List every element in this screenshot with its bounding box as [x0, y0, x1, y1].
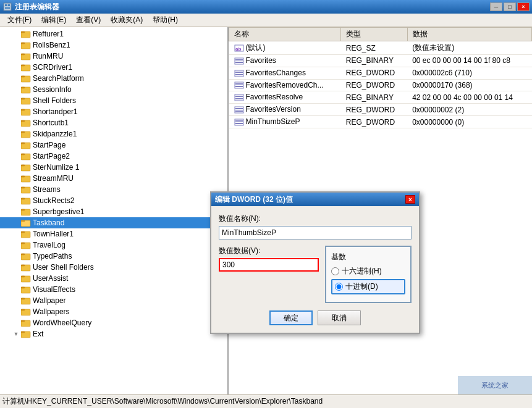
table-row[interactable]: FavoritesVersionREG_DWORD0x00000002 (2) — [229, 104, 532, 116]
cell-data: 0x000002c6 (710) — [407, 67, 531, 79]
tree-expander[interactable] — [11, 318, 21, 328]
tree-expander[interactable] — [11, 96, 21, 106]
menu-view[interactable]: 查看(V) — [71, 14, 106, 27]
tree-item-label: VisualEffects — [33, 285, 75, 294]
dialog-close-button[interactable]: × — [405, 195, 415, 204]
folder-icon — [21, 74, 31, 83]
menu-help[interactable]: 帮助(H) — [148, 14, 183, 27]
close-button[interactable]: × — [517, 2, 530, 11]
folder-icon — [21, 196, 31, 205]
maximize-button[interactable]: □ — [504, 2, 516, 11]
tree-item[interactable]: User Shell Folders — [0, 262, 227, 273]
tree-item[interactable]: Streams — [0, 184, 227, 195]
table-row[interactable]: MinThumbSizePREG_DWORD0x00000000 (0) — [229, 116, 532, 128]
tree-expander[interactable] — [11, 73, 21, 83]
dec-radio[interactable] — [335, 283, 343, 291]
data-input[interactable] — [219, 258, 319, 272]
folder-icon — [21, 241, 31, 249]
tree-expander[interactable] — [11, 151, 21, 161]
col-type[interactable]: 类型 — [341, 28, 407, 41]
menu-file[interactable]: 文件(F) — [2, 14, 36, 27]
tree-item[interactable]: SearchPlatform — [0, 73, 227, 84]
tree-item[interactable]: TypedPaths — [0, 251, 227, 262]
tree-item[interactable]: SterNumlize 1 — [0, 162, 227, 173]
tree-item[interactable]: TownHaller1 — [0, 228, 227, 239]
tree-item[interactable]: Skidpanzzle1 — [0, 128, 227, 139]
table-row[interactable]: FavoritesChangesREG_DWORD0x000002c6 (710… — [229, 67, 532, 79]
hex-radio[interactable] — [331, 267, 339, 275]
tree-item[interactable]: Superbgestive1 — [0, 206, 227, 217]
dialog-middle-row: 数值数据(V): 基数 十六进制(H) 十进制(D) — [219, 246, 412, 303]
tree-pane[interactable]: Refturer1 RollsBenz1 RunMRU SCRDriver1 S… — [0, 27, 229, 394]
tree-item[interactable]: ▼ Ext — [0, 328, 227, 339]
tree-item[interactable]: TravelLog — [0, 239, 227, 251]
menu-favorites[interactable]: 收藏夹(A) — [106, 14, 148, 27]
tree-item[interactable]: StartPage2 — [0, 151, 227, 162]
tree-expander[interactable] — [11, 196, 21, 206]
tree-item[interactable]: Shortandper1 — [0, 106, 227, 117]
tree-expander[interactable] — [11, 173, 21, 183]
tree-expander[interactable] — [11, 29, 21, 39]
tree-item[interactable]: SCRDriver1 — [0, 62, 227, 73]
tree-item-label: StreamMRU — [33, 174, 74, 183]
minimize-button[interactable]: ─ — [490, 2, 502, 11]
svg-rect-51 — [21, 287, 25, 288]
reg-value-icon — [234, 57, 244, 65]
tree-item[interactable]: UserAssist — [0, 273, 227, 284]
tree-expander[interactable] — [11, 140, 21, 150]
tree-expander[interactable] — [11, 85, 21, 94]
tree-item[interactable]: Taskband — [0, 217, 227, 228]
col-name[interactable]: 名称 — [229, 28, 341, 41]
svg-rect-3 — [5, 7, 10, 9]
tree-item[interactable]: StreamMRU — [0, 173, 227, 184]
svg-rect-67 — [235, 74, 243, 75]
tree-expander[interactable] — [11, 129, 21, 139]
tree-expander[interactable] — [11, 240, 21, 250]
menu-edit[interactable]: 编辑(E) — [36, 14, 71, 27]
tree-item[interactable]: SessionInfo — [0, 84, 227, 95]
tree-item[interactable]: StartPage — [0, 139, 227, 151]
tree-item[interactable]: VisualEffects — [0, 284, 227, 295]
tree-expander[interactable] — [11, 229, 21, 239]
tree-expander[interactable] — [11, 118, 21, 128]
svg-rect-31 — [21, 176, 25, 177]
tree-item[interactable]: Wallpaper — [0, 295, 227, 306]
table-row[interactable]: FavoritesREG_BINARY00 ec 00 00 00 14 00 … — [229, 55, 532, 67]
tree-expander[interactable] — [11, 285, 21, 294]
tree-item[interactable]: WordWheelQuery — [0, 317, 227, 328]
tree-item[interactable]: Shell Folders — [0, 95, 227, 106]
tree-item[interactable]: Wallpapers — [0, 306, 227, 317]
table-row[interactable]: FavoritesResolveREG_BINARY42 02 00 00 4c… — [229, 91, 532, 104]
name-input[interactable] — [219, 226, 412, 239]
tree-expander[interactable] — [11, 251, 21, 261]
tree-item[interactable]: Refturer1 — [0, 28, 227, 40]
tree-expander[interactable] — [11, 107, 21, 117]
tree-expander[interactable] — [11, 296, 21, 306]
tree-expander[interactable] — [11, 307, 21, 317]
tree-expander[interactable] — [11, 218, 21, 228]
tree-expander[interactable]: ▼ — [11, 329, 21, 339]
reg-value-icon: ab — [234, 44, 244, 52]
tree-item[interactable]: RunMRU — [0, 51, 227, 62]
svg-rect-25 — [21, 143, 25, 144]
cancel-button[interactable]: 取消 — [318, 310, 361, 325]
table-row[interactable]: FavoritesRemovedCh...REG_DWORD0x00000170… — [229, 79, 532, 91]
tree-expander[interactable] — [11, 162, 21, 172]
ok-button[interactable]: 确定 — [269, 310, 313, 325]
tree-item[interactable]: Shortcutb1 — [0, 117, 227, 128]
tree-expander[interactable] — [11, 273, 21, 283]
tree-expander[interactable] — [11, 207, 21, 217]
tree-expander[interactable] — [11, 185, 21, 194]
reg-value-icon — [234, 69, 244, 78]
tree-expander[interactable] — [11, 62, 21, 72]
tree-item[interactable]: RollsBenz1 — [0, 40, 227, 51]
folder-icon — [21, 152, 31, 160]
tree-expander[interactable] — [11, 262, 21, 272]
tree-expander[interactable] — [11, 40, 21, 50]
tree-expander[interactable] — [11, 51, 21, 61]
col-data[interactable]: 数据 — [407, 28, 531, 41]
tree-item[interactable]: StuckRects2 — [0, 195, 227, 206]
cell-data: 42 02 00 00 4c 00 00 00 01 14 — [407, 91, 531, 104]
watermark-text: 系统之家 — [481, 381, 509, 390]
table-row[interactable]: ab (默认)REG_SZ(数值未设置) — [229, 41, 532, 55]
